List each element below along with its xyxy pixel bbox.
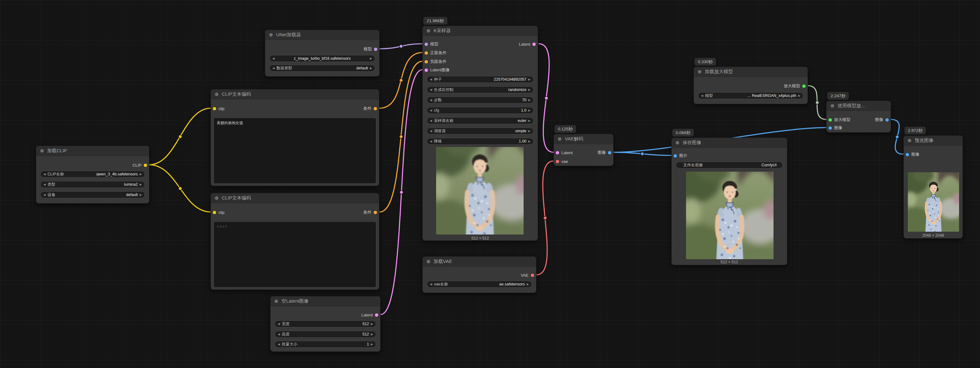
input-port-images[interactable]: 图片 [673, 153, 687, 159]
input-port-clip[interactable]: clip [213, 209, 224, 215]
decrement-arrow-icon[interactable]: ◀ [430, 119, 432, 122]
node-titlebar[interactable]: 加载VAE [423, 257, 536, 267]
node-load-clip[interactable]: 加载CLIP CLIP ◀ CLIP名称 qwen_3_4b.safetenso… [36, 146, 150, 204]
input-port-latent-image[interactable]: Latent图像 [425, 67, 450, 73]
image-port-icon[interactable] [608, 151, 611, 155]
widget-clip-name[interactable]: ◀ CLIP名称 qwen_3_4b.safetensors ▶ [40, 171, 145, 178]
increment-arrow-icon[interactable]: ▶ [371, 333, 373, 336]
widget-batch-size[interactable]: ◀ 批量大小 1 ▶ [275, 341, 376, 348]
widget-filename-prefix[interactable]: 文件名前缀 ComfyUI [676, 162, 783, 169]
clip-port-icon[interactable] [144, 164, 147, 167]
model-port-icon[interactable] [374, 48, 377, 51]
widget-scheduler[interactable]: ◀ 调度器 simple ▶ [427, 127, 534, 134]
collapse-dot-icon[interactable] [698, 70, 702, 73]
input-port-image[interactable]: 图像 [829, 125, 842, 131]
increment-arrow-icon[interactable]: ▶ [371, 343, 373, 346]
output-port-latent[interactable]: Latent [361, 312, 378, 318]
widget-control-after-generate[interactable]: ◀ 生成后控制 randomize ▶ [427, 86, 534, 93]
latent-port-icon[interactable] [425, 69, 428, 72]
collapse-dot-icon[interactable] [40, 149, 44, 153]
image-port-icon[interactable] [673, 154, 677, 158]
widget-weight-dtype[interactable]: ◀ 数据类型 default ▶ [269, 65, 375, 72]
node-titlebar[interactable]: 使用模型放... [827, 101, 891, 111]
collapse-dot-icon[interactable] [215, 196, 218, 200]
increment-arrow-icon[interactable]: ▶ [528, 129, 530, 132]
output-port-clip[interactable]: CLIP [132, 162, 147, 168]
output-port-conditioning[interactable]: 条件 [363, 106, 377, 111]
increment-arrow-icon[interactable]: ▶ [140, 183, 142, 186]
upscale-model-port-icon[interactable] [829, 118, 832, 122]
decrement-arrow-icon[interactable]: ◀ [430, 140, 432, 143]
node-vae-decode[interactable]: 0.125秒 VAE解码 Latent vae 图像 [554, 134, 614, 166]
output-port-image[interactable]: 图像 [598, 150, 611, 155]
decrement-arrow-icon[interactable]: ◀ [272, 57, 275, 60]
input-port-model[interactable]: 模型 [425, 41, 438, 47]
widget-width[interactable]: ◀ 宽度 512 ▶ [275, 320, 376, 327]
node-titlebar[interactable]: CLIP文本编码 [211, 193, 379, 203]
increment-arrow-icon[interactable]: ▶ [371, 322, 373, 325]
output-port-model[interactable]: 模型 [364, 46, 377, 52]
latent-port-icon[interactable] [556, 151, 559, 155]
upscale-model-port-icon[interactable] [802, 84, 806, 88]
node-titlebar[interactable]: 空Latent图像 [270, 296, 380, 306]
node-clip-text-encode-negative[interactable]: CLIP文本编码 clip 条件 text [210, 193, 379, 290]
decrement-arrow-icon[interactable]: ◀ [430, 283, 432, 286]
widget-sampler-name[interactable]: ◀ 采样器名称 euler ▶ [427, 117, 534, 124]
prompt-textarea[interactable]: 美丽的旗袍女孩 [214, 118, 376, 183]
output-port-conditioning[interactable]: 条件 [363, 209, 377, 215]
increment-arrow-icon[interactable]: ▶ [370, 57, 372, 60]
collapse-dot-icon[interactable] [676, 141, 679, 145]
node-upscale-image-using-model[interactable]: 2.247秒 使用模型放... 放大模型 图像 图像 [826, 101, 891, 132]
node-load-upscale-model[interactable]: 0.330秒 加载放大模型 放大模型 ◀ 模型 ... RealESRGAN_x… [694, 67, 808, 104]
increment-arrow-icon[interactable]: ▶ [140, 173, 142, 176]
decrement-arrow-icon[interactable]: ◀ [272, 67, 275, 70]
input-port-negative[interactable]: 负面条件 [425, 59, 446, 64]
collapse-dot-icon[interactable] [830, 104, 834, 108]
node-titlebar[interactable]: 预览图像 [904, 136, 963, 146]
decrement-arrow-icon[interactable]: ◀ [278, 333, 280, 336]
widget-model-name[interactable]: ◀ 模型 ... RealESRGAN_x4plus.pth ▶ [698, 92, 803, 99]
collapse-dot-icon[interactable] [427, 260, 430, 263]
output-port-upscale-model[interactable]: 放大模型 [784, 83, 806, 89]
input-port-latent[interactable]: Latent [556, 150, 573, 155]
decrement-arrow-icon[interactable]: ◀ [278, 343, 280, 346]
node-titlebar[interactable]: K采样器 [423, 26, 538, 36]
node-titlebar[interactable]: 加载放大模型 [694, 67, 808, 77]
image-port-icon[interactable] [885, 118, 889, 122]
increment-arrow-icon[interactable]: ▶ [798, 94, 800, 97]
widget-device[interactable]: ◀ 设备 default ▶ [40, 191, 145, 198]
collapse-dot-icon[interactable] [427, 29, 430, 32]
input-port-image[interactable]: 图像 [906, 151, 920, 157]
widget-vae-name[interactable]: ◀ vae名称 ae.safetensors ▶ [427, 281, 532, 288]
collapse-dot-icon[interactable] [558, 137, 562, 141]
node-clip-text-encode-positive[interactable]: CLIP文本编码 clip 条件 美丽的旗袍女孩 [210, 89, 379, 186]
decrement-arrow-icon[interactable]: ◀ [430, 99, 432, 102]
node-titlebar[interactable]: 保存图像 [672, 138, 787, 148]
widget-steps[interactable]: ◀ 步数 70 ▶ [427, 97, 534, 104]
node-save-image[interactable]: 0.068秒 保存图像 图片 文件名前缀 ComfyUI [671, 137, 787, 265]
node-titlebar[interactable]: VAE解码 [554, 134, 613, 144]
node-preview-image[interactable]: 2.972秒 预览图像 图像 [904, 135, 963, 239]
widget-denoise[interactable]: ◀ 降噪 1.00 ▶ [427, 138, 534, 145]
input-port-vae[interactable]: vae [556, 159, 568, 164]
clip-port-icon[interactable] [213, 107, 216, 110]
latent-port-icon[interactable] [375, 313, 378, 317]
node-titlebar[interactable]: CLIP文本编码 [211, 89, 379, 99]
collapse-dot-icon[interactable] [269, 33, 273, 37]
input-port-upscale-model[interactable]: 放大模型 [829, 117, 850, 123]
node-load-vae[interactable]: 加载VAE VAE ◀ vae名称 ae.safetensors ▶ [422, 256, 536, 293]
vae-port-icon[interactable] [556, 160, 559, 163]
widget-unet-name[interactable]: ◀ z_image_turbo_bf16.safetensors ▶ [269, 55, 375, 62]
input-port-positive[interactable]: 正面条件 [425, 50, 446, 56]
decrement-arrow-icon[interactable]: ◀ [43, 193, 46, 196]
increment-arrow-icon[interactable]: ▶ [370, 67, 372, 70]
increment-arrow-icon[interactable]: ▶ [140, 193, 142, 196]
output-port-image[interactable]: 图像 [875, 117, 889, 123]
image-port-icon[interactable] [906, 153, 909, 156]
decrement-arrow-icon[interactable]: ◀ [430, 78, 432, 81]
node-titlebar[interactable]: UNet加载器 [265, 30, 379, 40]
conditioning-port-icon[interactable] [425, 51, 428, 55]
widget-clip-type[interactable]: ◀ 类型 lumina2 ▶ [40, 181, 145, 188]
decrement-arrow-icon[interactable]: ◀ [278, 322, 280, 325]
decrement-arrow-icon[interactable]: ◀ [430, 129, 432, 132]
